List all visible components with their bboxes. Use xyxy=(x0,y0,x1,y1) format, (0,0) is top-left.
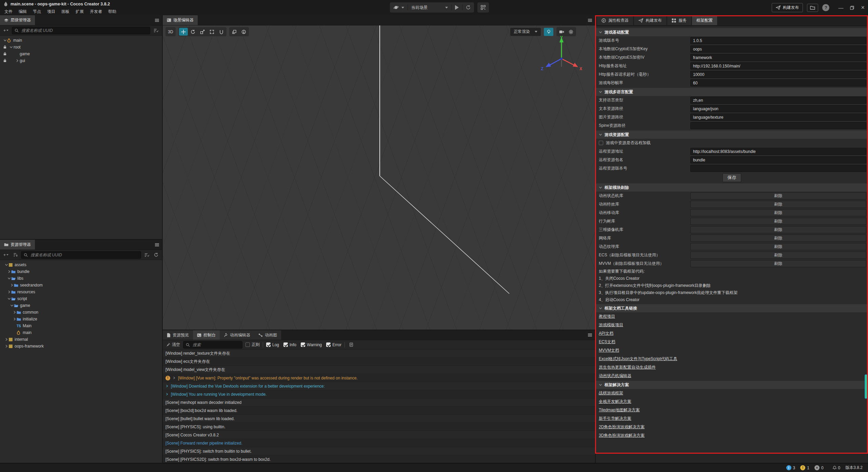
section-collapse-icon[interactable] xyxy=(599,383,602,387)
field-input[interactable] xyxy=(690,165,866,172)
section-collapse-icon[interactable] xyxy=(599,31,602,34)
section-collapse-icon[interactable] xyxy=(599,186,602,189)
tree-expander-icon[interactable] xyxy=(12,311,17,314)
scene-viewport[interactable]: 3D xyxy=(163,25,595,330)
tree-node-main[interactable]: main xyxy=(0,329,162,336)
trim-button[interactable]: 剔除 xyxy=(690,243,866,250)
tree-node-seedrandom[interactable]: seedrandom xyxy=(0,282,162,289)
field-input[interactable] xyxy=(690,71,866,78)
tree-node-root[interactable]: root xyxy=(0,44,162,51)
pivot-mode-button[interactable] xyxy=(230,28,239,36)
doc-link[interactable]: API文档 xyxy=(599,331,613,336)
tree-expander-icon[interactable] xyxy=(9,304,14,307)
scene-menu-button[interactable] xyxy=(585,15,595,25)
help-button[interactable]: ? xyxy=(822,4,829,11)
tree-node-main[interactable]: main xyxy=(0,37,162,44)
tree-node-game[interactable]: game xyxy=(0,51,162,57)
log-checkbox[interactable] xyxy=(266,342,271,347)
tree-node-oops-framework[interactable]: oops-framework xyxy=(0,343,162,350)
assets-refresh-button[interactable] xyxy=(153,252,159,258)
doc-link[interactable]: 战棋游戏框架 xyxy=(599,390,623,396)
tree-node-gui[interactable]: gui xyxy=(0,57,162,64)
doc-link[interactable]: 动画状态机编辑器 xyxy=(599,373,631,379)
tab-hierarchy[interactable]: 层级管理器 xyxy=(0,15,35,25)
preview-platform-dropdown[interactable] xyxy=(390,2,408,13)
tree-expander-icon[interactable] xyxy=(9,283,14,287)
doc-link[interactable]: Tiledmap地图解决方案 xyxy=(599,407,640,413)
hierarchy-menu-button[interactable] xyxy=(152,15,162,25)
move-tool-button[interactable] xyxy=(179,28,188,36)
doc-link[interactable]: 全栈开发解决方案 xyxy=(599,399,631,405)
tree-node-game[interactable]: game xyxy=(0,302,162,309)
field-input[interactable] xyxy=(690,97,866,104)
inspector-tab-2[interactable]: 服务 xyxy=(667,16,691,25)
assets-search-input[interactable] xyxy=(30,252,138,258)
trim-button[interactable]: 剔除 xyxy=(690,260,866,267)
lock-icon[interactable] xyxy=(3,45,7,49)
section-header-1[interactable]: 游戏多语言配置 xyxy=(596,88,868,96)
tab-assets[interactable]: 资源管理器 xyxy=(0,240,35,250)
log-expander-icon[interactable] xyxy=(165,393,169,396)
section-header-2[interactable]: 游戏资源配置 xyxy=(596,131,868,139)
tab-graph[interactable]: 动画图 xyxy=(254,330,281,340)
warning-checkbox[interactable] xyxy=(301,342,305,347)
section-collapse-icon[interactable] xyxy=(599,307,602,310)
minimize-button[interactable]: — xyxy=(838,5,843,11)
save-button[interactable]: 保存 xyxy=(723,173,741,182)
tree-expander-icon[interactable] xyxy=(4,263,8,267)
tree-expander-icon[interactable] xyxy=(4,345,8,348)
rect-tool-button[interactable] xyxy=(208,28,216,36)
trim-button[interactable]: 剔除 xyxy=(690,192,866,199)
doc-link[interactable]: ECS文档 xyxy=(599,339,615,345)
error-checkbox[interactable] xyxy=(326,342,331,347)
regex-toggle[interactable]: 正则 xyxy=(245,342,260,348)
menu-item-6[interactable]: 开发者 xyxy=(87,8,105,15)
tree-node-Main[interactable]: TSMain xyxy=(0,322,162,329)
doc-link[interactable]: MVVM文档 xyxy=(599,348,619,353)
preview-qr-button[interactable] xyxy=(477,2,489,13)
menu-item-0[interactable]: 文件 xyxy=(1,8,16,15)
field-input[interactable] xyxy=(690,105,866,112)
tab-file[interactable]: 资源预览 xyxy=(163,330,193,340)
console-search-input[interactable] xyxy=(192,342,240,348)
notification-counter[interactable]: 0 xyxy=(833,466,841,470)
open-project-folder-button[interactable] xyxy=(807,4,818,12)
menu-item-2[interactable]: 节点 xyxy=(30,8,44,15)
doc-link[interactable]: 新手引导解决方案 xyxy=(599,416,631,421)
menu-item-7[interactable]: 帮助 xyxy=(105,8,119,15)
field-input[interactable] xyxy=(690,122,866,129)
tree-node-script[interactable]: script xyxy=(0,295,162,302)
field-input[interactable] xyxy=(690,114,866,121)
coordinate-mode-button[interactable] xyxy=(239,28,248,36)
info-checkbox[interactable] xyxy=(283,342,288,347)
inspector-tab-3[interactable]: 框架配置 xyxy=(692,16,717,25)
trim-button[interactable]: 剔除 xyxy=(690,226,866,233)
trim-button[interactable]: 剔除 xyxy=(690,201,866,208)
doc-link[interactable]: 原生包热更新配置自动生成插件 xyxy=(599,365,656,370)
orientation-gizmo[interactable]: Y X Z xyxy=(536,34,587,78)
tree-expander-icon[interactable] xyxy=(3,39,7,42)
section-collapse-icon[interactable] xyxy=(599,133,602,136)
tree-expander-icon[interactable] xyxy=(7,270,11,273)
error-log-counter[interactable]: × 0 xyxy=(814,465,824,470)
lock-icon[interactable] xyxy=(3,59,7,62)
close-button[interactable]: × xyxy=(861,4,865,11)
section-header-0[interactable]: 游戏基础配置 xyxy=(596,28,868,36)
log-row-3[interactable]: ![Window] [Vue warn]: Property "onInput"… xyxy=(163,374,595,382)
filter-log[interactable]: Log xyxy=(266,342,279,347)
section-header-3[interactable]: 框架模块剔除 xyxy=(596,183,868,192)
assets-filter-button[interactable] xyxy=(143,252,150,258)
assets-sort-button[interactable] xyxy=(12,252,19,258)
tree-node-internal[interactable]: internal xyxy=(0,336,162,343)
tree-node-assets[interactable]: assets xyxy=(0,261,162,268)
clear-console-button[interactable]: 清空 xyxy=(166,342,180,348)
field-input[interactable] xyxy=(690,148,866,155)
reload-button[interactable] xyxy=(462,2,474,13)
rotate-tool-button[interactable] xyxy=(189,28,197,36)
field-input[interactable] xyxy=(690,37,866,44)
toggle-2d3d-button[interactable]: 3D xyxy=(166,28,175,36)
section-header-5[interactable]: 框架解决方案 xyxy=(596,381,868,389)
filter-error[interactable]: Error xyxy=(326,342,341,347)
tree-node-libs[interactable]: libs xyxy=(0,275,162,282)
maximize-button[interactable] xyxy=(850,6,854,10)
